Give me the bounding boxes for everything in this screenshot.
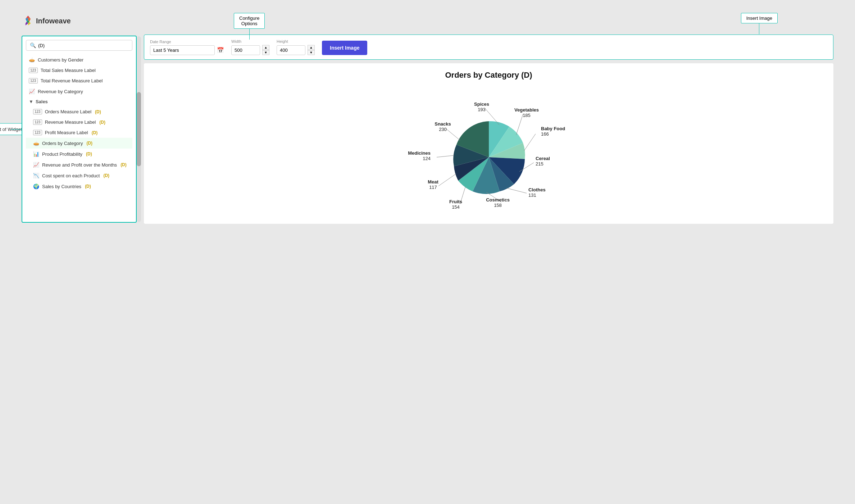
value-snacks: 230 [439, 127, 447, 132]
number-icon: 123 [33, 109, 42, 114]
list-item[interactable]: 🌍 Sales by Countries (D) [26, 181, 132, 192]
list-item[interactable]: 🥧 Customers by Gender [26, 54, 132, 65]
label-babyfood: Baby Food [541, 126, 565, 131]
insert-image-button[interactable]: Insert Image [322, 41, 367, 55]
list-item[interactable]: 123 Total Revenue Measure Label [26, 76, 132, 86]
list-item[interactable]: 🥧 Orders by Category (D) [26, 138, 132, 149]
list-item[interactable]: 123 Revenue Measure Label (D) [26, 117, 132, 127]
number-icon: 123 [29, 78, 38, 83]
app-container: Infoweave List of Widget 🔍 � [0, 0, 855, 238]
width-label: Width [231, 39, 269, 44]
item-label: Revenue and Profit over the Months [42, 162, 117, 168]
value-fruits: 154 [452, 204, 460, 210]
pie-chart-svg: Spices 193 Vegetables 185 Baby Food 166 … [403, 87, 575, 217]
chart-container: Orders by Category (D) [144, 63, 833, 224]
line-babyfood [524, 134, 536, 151]
configure-options-box: ConfigureOptions [234, 13, 265, 29]
top-section: ConfigureOptions Insert Image Date Range [144, 35, 833, 224]
item-label: Product Profitability [42, 151, 82, 157]
badge-d: (D) [99, 120, 105, 125]
date-range-input[interactable] [150, 45, 215, 55]
width-input[interactable] [231, 45, 260, 55]
height-up-btn[interactable]: ▲ [308, 45, 315, 50]
value-vegetables: 185 [523, 113, 531, 118]
width-spinner[interactable]: ▲ ▼ [262, 45, 269, 55]
number-icon: 123 [33, 119, 42, 125]
label-cereal: Cereal [536, 156, 550, 161]
logo-icon [22, 14, 35, 27]
item-label: Profit Measure Label [45, 130, 88, 135]
badge-d: (D) [120, 162, 127, 167]
configure-options-label: ConfigureOptions [239, 15, 259, 26]
height-row: ▲ ▼ [277, 45, 315, 55]
list-item[interactable]: 📈 Revenue and Profit over the Months (D) [26, 159, 132, 170]
number-icon: 123 [33, 130, 42, 135]
width-field: Width ▲ ▼ [231, 39, 269, 55]
width-down-btn[interactable]: ▼ [262, 50, 269, 55]
item-label: Revenue Measure Label [45, 119, 96, 125]
trend-icon: 📉 [33, 173, 39, 178]
list-item[interactable]: 123 Total Sales Measure Label [26, 65, 132, 76]
height-down-btn[interactable]: ▼ [308, 50, 315, 55]
calendar-icon[interactable]: 📅 [217, 47, 224, 54]
trend-icon: 📈 [33, 162, 39, 168]
height-spinner[interactable]: ▲ ▼ [308, 45, 315, 55]
badge-d: (D) [95, 109, 101, 114]
chart-title: Orders by Category (D) [445, 71, 532, 80]
section-label: Sales [36, 99, 48, 104]
value-spices: 193 [478, 107, 486, 112]
line-clothes [507, 188, 527, 193]
width-up-btn[interactable]: ▲ [262, 45, 269, 50]
search-icon: 🔍 [30, 42, 36, 48]
badge-d: (D) [92, 130, 98, 135]
item-label: Total Sales Measure Label [41, 68, 96, 73]
height-input[interactable] [277, 45, 305, 55]
item-label: Revenue by Category [38, 89, 83, 94]
list-item[interactable]: 123 Orders Measure Label (D) [26, 106, 132, 117]
right-panel: ConfigureOptions Insert Image Date Range [144, 35, 833, 224]
line-snacks [446, 128, 460, 140]
configure-options-tooltip: ConfigureOptions [234, 13, 265, 40]
value-cereal: 215 [536, 161, 544, 167]
line-vegetables [516, 114, 523, 135]
badge-d: (D) [85, 184, 91, 189]
line-meat [438, 174, 456, 186]
pie-icon: 🥧 [29, 57, 35, 63]
value-cosmetics: 158 [494, 203, 502, 208]
badge-d: (D) [86, 141, 92, 146]
sidebar-wrapper: List of Widget 🔍 🥧 Customers by Gender [22, 35, 137, 224]
trend-icon: 📈 [29, 88, 35, 94]
item-label: Sales by Countries [42, 184, 81, 189]
label-clothes: Clothes [528, 187, 546, 192]
label-snacks: Snacks [435, 121, 451, 127]
item-label: Total Revenue Measure Label [41, 78, 103, 83]
value-medicines: 124 [423, 156, 431, 161]
search-input[interactable] [38, 43, 128, 48]
chart-inner: Orders by Category (D) [403, 71, 575, 217]
insert-image-tooltip-line [759, 23, 759, 34]
label-spices: Spices [474, 101, 489, 107]
pie-chart-wrapper: Spices 193 Vegetables 185 Baby Food 166 … [403, 87, 575, 217]
item-label: Cost spent on each Product [42, 173, 100, 178]
search-box[interactable]: 🔍 [26, 40, 132, 51]
sales-section-header: ▼ Sales [26, 97, 132, 106]
insert-image-tooltip: Insert Image [741, 13, 778, 34]
label-fruits: Fruits [449, 199, 462, 204]
list-item[interactable]: 📉 Cost spent on each Product (D) [26, 170, 132, 181]
width-row: ▲ ▼ [231, 45, 269, 55]
globe-icon: 🌍 [33, 183, 39, 189]
scrollbar-thumb[interactable] [137, 92, 141, 166]
scrollbar[interactable] [137, 36, 141, 222]
badge-d: (D) [86, 151, 92, 156]
date-range-field: Date Range 📅 [150, 40, 224, 55]
filter-icon: ▼ [29, 99, 33, 104]
main-area: List of Widget 🔍 🥧 Customers by Gender [22, 35, 833, 224]
date-range-label: Date Range [150, 40, 224, 44]
list-item[interactable]: 📊 Product Profitability (D) [26, 149, 132, 159]
widget-list: 🥧 Customers by Gender 123 Total Sales Me… [26, 54, 132, 192]
list-of-widget-connector [11, 129, 22, 130]
list-item[interactable]: 📈 Revenue by Category [26, 86, 132, 97]
height-field: Height ▲ ▼ [277, 39, 315, 55]
bar-icon: 📊 [33, 151, 39, 157]
list-item[interactable]: 123 Profit Measure Label (D) [26, 127, 132, 138]
